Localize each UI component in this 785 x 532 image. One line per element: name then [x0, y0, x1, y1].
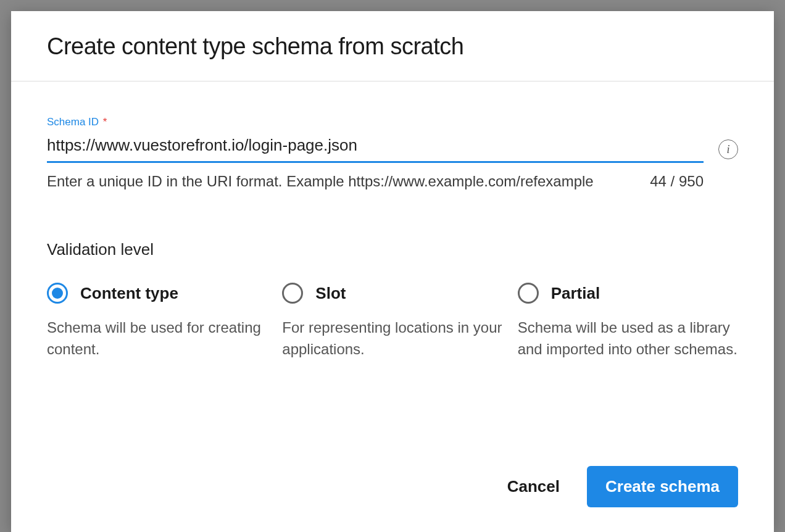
create-schema-dialog: Create content type schema from scratch … [11, 11, 774, 532]
radio-description: For representing locations in your appli… [282, 317, 502, 360]
radio-title: Slot [315, 284, 346, 303]
radio-title: Content type [80, 284, 178, 303]
schema-id-input[interactable] [47, 133, 704, 163]
radio-dot-icon [52, 288, 63, 299]
radio-option-partial: Partial Schema will be used as a library… [518, 283, 738, 360]
validation-level-label: Validation level [47, 240, 738, 259]
schema-id-help-row: Enter a unique ID in the URI format. Exa… [47, 172, 704, 191]
radio-slot[interactable]: Slot [282, 283, 502, 304]
create-schema-button[interactable]: Create schema [587, 466, 738, 507]
dialog-header: Create content type schema from scratch [11, 11, 774, 81]
required-marker: * [103, 116, 107, 128]
schema-id-label-text: Schema ID [47, 116, 99, 128]
radio-option-slot: Slot For representing locations in your … [282, 283, 502, 360]
schema-id-help-text: Enter a unique ID in the URI format. Exa… [47, 172, 594, 191]
validation-options: Content type Schema will be used for cre… [47, 283, 738, 360]
radio-circle-icon [47, 283, 68, 304]
dialog-body: Schema ID * Enter a unique ID in the URI… [11, 81, 774, 373]
info-icon[interactable]: i [718, 139, 738, 159]
radio-circle-icon [282, 283, 303, 304]
dialog-footer: Cancel Create schema [505, 466, 738, 507]
radio-option-content-type: Content type Schema will be used for cre… [47, 283, 267, 360]
radio-partial[interactable]: Partial [518, 283, 738, 304]
radio-description: Schema will be used for creating content… [47, 317, 267, 360]
radio-title: Partial [551, 284, 600, 303]
info-icon-wrap: i [718, 139, 738, 159]
schema-id-char-count: 44 / 950 [650, 173, 704, 190]
cancel-button[interactable]: Cancel [505, 471, 562, 502]
schema-id-field: Schema ID * Enter a unique ID in the URI… [47, 116, 704, 191]
schema-id-label: Schema ID * [47, 116, 704, 128]
dialog-title: Create content type schema from scratch [47, 33, 738, 60]
radio-content-type[interactable]: Content type [47, 283, 267, 304]
schema-id-field-row: Schema ID * Enter a unique ID in the URI… [47, 116, 738, 191]
radio-circle-icon [518, 283, 539, 304]
radio-description: Schema will be used as a library and imp… [518, 317, 738, 360]
